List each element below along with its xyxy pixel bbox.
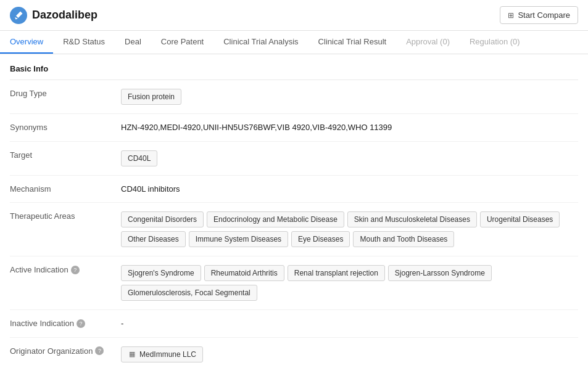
value-active-indication: Sjogren's Syndrome Rheumatoid Arthritis … bbox=[121, 264, 578, 302]
value-therapeutic-areas: Congenital Disorders Endocrinology and M… bbox=[121, 210, 578, 248]
value-target: CD40L bbox=[121, 149, 578, 168]
drug-icon bbox=[10, 7, 27, 24]
tab-regulation: Regulation (0) bbox=[460, 31, 530, 54]
org-medimmune-llc[interactable]: ▦ MedImmune LLC bbox=[121, 346, 203, 362]
label-therapeutic-areas: Therapeutic Areas bbox=[10, 210, 121, 221]
row-originator-org: Originator Organization ? ▦ MedImmune LL… bbox=[10, 338, 578, 369]
section-basic-info: Basic Info bbox=[10, 64, 578, 80]
nav-tabs: Overview R&D Status Deal Core Patent Cli… bbox=[0, 31, 588, 54]
tag-immune-system: Immune System Diseases bbox=[189, 231, 288, 247]
value-originator-org: ▦ MedImmune LLC bbox=[121, 345, 578, 364]
tag-fusion-protein: Fusion protein bbox=[121, 89, 181, 105]
start-compare-label: Start Compare bbox=[518, 10, 570, 20]
row-active-indication: Active Indication ? Sjogren's Syndrome R… bbox=[10, 256, 578, 310]
label-inactive-indication: Inactive Indication ? bbox=[10, 317, 121, 328]
drug-name: Dazodalibep bbox=[32, 9, 97, 22]
tag-other-diseases: Other Diseases bbox=[121, 231, 186, 247]
tab-overview[interactable]: Overview bbox=[0, 31, 53, 54]
label-mechanism: Mechanism bbox=[10, 183, 121, 194]
tag-rheumatoid-arthritis: Rheumatoid Arthritis bbox=[204, 265, 284, 281]
tag-endocrinology: Endocrinology and Metabolic Disease bbox=[207, 211, 344, 227]
help-icon-active-indication[interactable]: ? bbox=[71, 266, 80, 274]
value-mechanism: CD40L inhibitors bbox=[121, 183, 578, 195]
label-originator-org: Originator Organization ? bbox=[10, 345, 121, 356]
content-area: Basic Info Drug Type Fusion protein Syno… bbox=[0, 54, 588, 368]
tab-rd-status[interactable]: R&D Status bbox=[53, 31, 115, 54]
tab-clinical-trial-result[interactable]: Clinical Trial Result bbox=[308, 31, 397, 54]
tag-renal-transplant: Renal transplant rejection bbox=[288, 265, 385, 281]
tag-glomerulosclerosis: Glomerulosclerosis, Focal Segmental bbox=[121, 285, 257, 301]
tag-cd40l: CD40L bbox=[121, 150, 157, 166]
row-therapeutic-areas: Therapeutic Areas Congenital Disorders E… bbox=[10, 203, 578, 256]
tab-core-patent[interactable]: Core Patent bbox=[151, 31, 213, 54]
start-compare-button[interactable]: ⊞ Start Compare bbox=[500, 6, 578, 24]
row-inactive-indication: Inactive Indication ? - bbox=[10, 310, 578, 338]
tag-skin-musculo: Skin and Musculoskeletal Diseases bbox=[347, 211, 477, 227]
tag-urogenital: Urogenital Diseases bbox=[480, 211, 560, 227]
tag-congenital-disorders: Congenital Disorders bbox=[121, 211, 204, 227]
tab-approval: Approval (0) bbox=[396, 31, 460, 54]
tag-sjogren-larsson: Sjogren-Larsson Syndrome bbox=[388, 265, 492, 281]
label-active-indication: Active Indication ? bbox=[10, 264, 121, 274]
label-drug-type: Drug Type bbox=[10, 88, 121, 98]
page-header: Dazodalibep ⊞ Start Compare bbox=[0, 0, 588, 31]
tab-deal[interactable]: Deal bbox=[115, 31, 151, 54]
tag-sjogren-syndrome: Sjogren's Syndrome bbox=[121, 265, 201, 281]
org-name-medimmune-llc: MedImmune LLC bbox=[139, 349, 196, 360]
row-synonyms: Synonyms HZN-4920,MEDI-4920,UNII-HN5US76… bbox=[10, 114, 578, 142]
help-icon-originator-org[interactable]: ? bbox=[95, 346, 104, 355]
org-building-icon: ▦ bbox=[128, 350, 136, 359]
value-synonyms: HZN-4920,MEDI-4920,UNII-HN5US76BWF,VIB 4… bbox=[121, 121, 578, 134]
tag-mouth-tooth: Mouth and Tooth Diseases bbox=[353, 231, 454, 247]
label-target: Target bbox=[10, 149, 121, 160]
compare-icon: ⊞ bbox=[508, 11, 514, 20]
value-inactive-indication: - bbox=[121, 317, 578, 330]
row-target: Target CD40L bbox=[10, 142, 578, 176]
tab-clinical-trial-analysis[interactable]: Clinical Trial Analysis bbox=[213, 31, 308, 54]
row-drug-type: Drug Type Fusion protein bbox=[10, 80, 578, 114]
header-left: Dazodalibep bbox=[10, 7, 97, 24]
label-synonyms: Synonyms bbox=[10, 121, 121, 132]
tag-eye-diseases: Eye Diseases bbox=[291, 231, 350, 247]
help-icon-inactive-indication[interactable]: ? bbox=[77, 319, 85, 328]
row-mechanism: Mechanism CD40L inhibitors bbox=[10, 176, 578, 203]
value-drug-type: Fusion protein bbox=[121, 88, 578, 106]
